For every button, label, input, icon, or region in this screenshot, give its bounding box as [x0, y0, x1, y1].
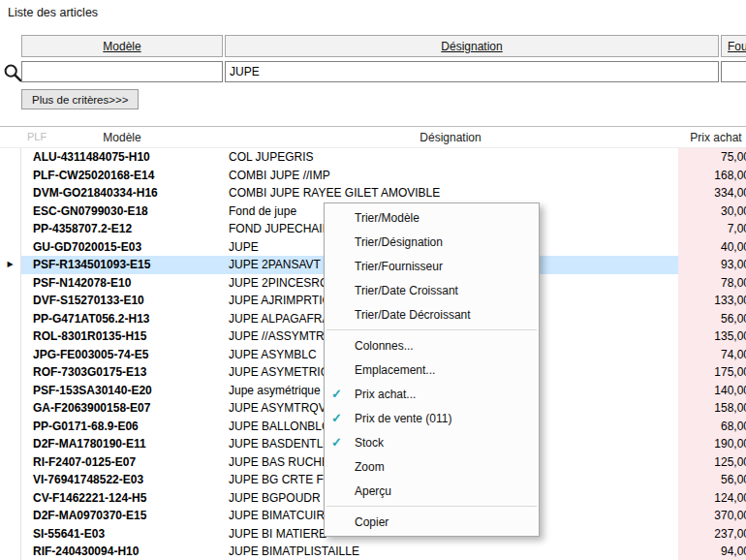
filter-header-fournisseur[interactable]: Fournisseur [721, 35, 746, 57]
row-gutter [0, 148, 21, 167]
filter-header-modele-label: Modèle [103, 40, 140, 53]
context-menu: Trier/Modèle Trier/Désignation Trier/Fou… [324, 202, 540, 537]
cell-modele: PSF-N142078-E10 [21, 274, 223, 293]
row-gutter [0, 327, 21, 346]
menu-item-label: Colonnes... [355, 339, 539, 353]
search-icon[interactable] [3, 63, 22, 82]
menu-item-label: Trier/Désignation [355, 235, 539, 249]
menu-item[interactable]: Trier/Fournisseur [325, 254, 539, 278]
cell-modele: VI-76941748522-E03 [21, 471, 223, 489]
cell-modele: PP-4358707.2-E12 [21, 220, 223, 238]
menu-item-label: Prix achat... [355, 388, 539, 401]
cell-modele: GU-GD7020015-E03 [21, 238, 223, 257]
row-gutter [0, 435, 21, 453]
filter-header-modele[interactable]: Modèle [21, 35, 223, 57]
row-gutter [0, 167, 21, 185]
column-header-designation[interactable]: Désignation [223, 131, 678, 144]
cell-prix-achat: 56,00 [678, 310, 746, 328]
cell-designation: JUPE BIMATPLISTAILLE [223, 543, 678, 560]
page-title: Liste des articles [8, 6, 98, 19]
menu-item[interactable]: Trier/Date Croissant [325, 278, 539, 302]
table-row[interactable]: ALU-4311484075-H10 COL JUPEGRIS 75,00 [0, 148, 746, 167]
cell-modele: ROF-7303G0175-E13 [21, 363, 223, 382]
cell-modele: SI-55641-E03 [21, 525, 223, 544]
menu-item[interactable]: Trier/Modèle [325, 205, 539, 230]
cell-modele: PLF-CW25020168-E14 [21, 167, 223, 185]
cell-prix-achat: 190,00 [678, 435, 746, 453]
menu-check-icon: ✓ [331, 387, 355, 401]
cell-designation: COMBI JUPE //IMP [223, 167, 678, 185]
row-gutter [0, 418, 21, 436]
cell-prix-achat: 175,00 [678, 363, 746, 382]
cell-prix-achat: 133,00 [678, 292, 746, 310]
cell-prix-achat: 94,00 [678, 543, 746, 560]
column-header-prix-achat[interactable]: Prix achat [678, 131, 746, 144]
filter-header-fournisseur-label: Fournisseur [728, 40, 746, 53]
menu-item[interactable]: Colonnes... [325, 333, 539, 358]
menu-item[interactable]: ✓ Prix achat... [325, 382, 539, 406]
menu-item-label: Prix de vente (011) [355, 412, 539, 425]
menu-item-label: Trier/Date Décroissant [355, 308, 539, 322]
menu-item-label: Trier/Modèle [355, 211, 539, 225]
menu-separator [326, 329, 537, 330]
menu-item[interactable]: ✓ Stock [325, 430, 539, 454]
row-gutter [0, 292, 21, 310]
menu-separator [326, 506, 537, 507]
cell-prix-achat: 237,00 [678, 525, 746, 544]
cell-modele: GA-F2063900158-E07 [21, 399, 223, 418]
cell-modele: JPG-FE003005-74-E5 [21, 346, 223, 364]
table-row[interactable]: DVM-GO21840334-H16 COMBI JUPE RAYEE GILE… [0, 184, 746, 202]
row-gutter: ▶ [0, 256, 21, 274]
filter-input-fournisseur[interactable] [721, 61, 746, 82]
articles-window: Liste des articles Modèle Désignation Fo… [0, 0, 746, 560]
row-gutter [0, 382, 21, 400]
filter-input-modele[interactable] [21, 61, 223, 82]
cell-modele: PSF-153SA30140-E20 [21, 382, 223, 400]
cell-prix-achat: 93,00 [678, 256, 746, 274]
menu-item-label: Stock [355, 436, 539, 450]
row-gutter [0, 184, 21, 202]
row-gutter [0, 399, 21, 418]
cell-modele: D2F-MA1780190-E11 [21, 435, 223, 453]
menu-item[interactable]: Zoom [325, 454, 539, 479]
menu-item[interactable]: Trier/Date Décroissant [325, 302, 539, 327]
row-gutter [0, 543, 21, 560]
cell-modele: ROL-8301R0135-H15 [21, 327, 223, 346]
menu-item-label: Trier/Fournisseur [355, 260, 539, 273]
menu-item[interactable]: Emplacement... [325, 358, 539, 382]
cell-prix-achat: 334,00 [678, 184, 746, 202]
row-gutter [0, 363, 21, 382]
column-header-modele[interactable]: Modèle [21, 131, 223, 144]
menu-item-label: Zoom [355, 460, 539, 474]
filter-column-headers: Modèle Désignation Fournisseur [21, 35, 746, 57]
cell-modele: ESC-GN0799030-E18 [21, 202, 223, 221]
menu-item[interactable]: ✓ Prix de vente (011) [325, 406, 539, 430]
table-row[interactable]: PLF-CW25020168-E14 COMBI JUPE //IMP 168,… [0, 167, 746, 185]
cell-modele: PSF-R134501093-E15 [21, 256, 223, 274]
menu-item-label: Emplacement... [355, 363, 539, 377]
filter-input-designation[interactable] [225, 61, 719, 82]
cell-modele: PP-G0171-68.9-E06 [21, 418, 223, 436]
menu-item[interactable]: Copier [325, 510, 539, 534]
row-gutter [0, 202, 21, 221]
row-gutter [0, 471, 21, 489]
menu-item[interactable]: Trier/Désignation [325, 230, 539, 254]
cell-prix-achat: 78,00 [678, 274, 746, 293]
menu-check-icon: ✓ [331, 435, 355, 450]
cell-prix-achat: 135,00 [678, 327, 746, 346]
cell-prix-achat: 140,00 [678, 382, 746, 400]
menu-item[interactable]: Aperçu [325, 479, 539, 503]
filter-header-designation[interactable]: Désignation [225, 35, 719, 57]
cell-prix-achat: 7,00 [678, 220, 746, 238]
filter-header-designation-label: Désignation [441, 40, 502, 53]
table-header-row: Modèle Désignation Prix achat [0, 127, 746, 148]
cell-prix-achat: 168,00 [678, 167, 746, 185]
cell-prix-achat: 75,00 [678, 148, 746, 167]
table-row[interactable]: RIF-240430094-H10 JUPE BIMATPLISTAILLE 9… [0, 543, 746, 560]
row-gutter [0, 525, 21, 544]
row-gutter [0, 274, 21, 293]
cell-prix-achat: 158,00 [678, 399, 746, 418]
menu-item-label: Trier/Date Croissant [355, 284, 539, 297]
more-criteria-button[interactable]: Plus de critères>>> [21, 89, 139, 109]
cell-prix-achat: 124,00 [678, 489, 746, 508]
